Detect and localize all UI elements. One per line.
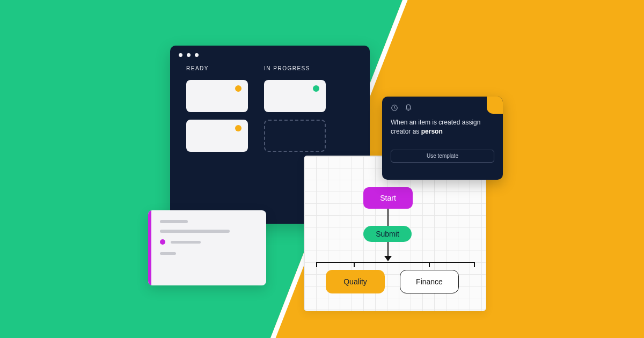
promo-stage: READY IN PROGRESS [0, 0, 644, 338]
flow-node-submit[interactable]: Submit [363, 226, 412, 242]
button-label: Use template [427, 153, 458, 159]
placeholder-line [160, 220, 188, 223]
kanban-card[interactable] [186, 120, 248, 152]
node-label: Quality [343, 277, 367, 286]
note-card[interactable] [148, 210, 266, 285]
window-dot-icon [187, 53, 191, 57]
bullet-icon [160, 239, 165, 245]
branch-tick [474, 262, 475, 267]
card-corner-tab [487, 97, 503, 114]
flow-connector [387, 209, 389, 226]
automation-rule-text: When an item is created assign creator a… [391, 118, 494, 137]
clock-icon [391, 104, 398, 112]
note-lines [148, 210, 266, 255]
arrowhead-icon [384, 256, 392, 261]
window-chrome [170, 46, 370, 62]
bell-icon [405, 104, 412, 112]
flow-node-quality[interactable]: Quality [326, 270, 385, 293]
branch-tick [429, 262, 430, 267]
status-dot-icon [235, 125, 241, 131]
flow-branch-line [316, 262, 475, 263]
placeholder-line [160, 252, 176, 255]
flow-node-start[interactable]: Start [363, 187, 413, 209]
use-template-button[interactable]: Use template [391, 150, 494, 163]
branch-tick [316, 262, 317, 267]
status-dot-icon [313, 85, 319, 92]
window-dot-icon [195, 53, 199, 57]
automation-card: When an item is created assign creator a… [382, 97, 503, 180]
column-title: READY [186, 65, 248, 71]
window-dot-icon [179, 53, 182, 57]
kanban-column-inprogress: IN PROGRESS [264, 65, 326, 152]
kanban-column-ready: READY [186, 65, 248, 152]
status-dot-icon [235, 85, 241, 92]
kanban-placeholder[interactable] [264, 120, 326, 152]
branch-tick [354, 262, 355, 267]
kanban-card[interactable] [186, 80, 248, 112]
kanban-card[interactable] [264, 80, 326, 112]
node-label: Submit [376, 230, 399, 238]
rule-bold: person [421, 128, 443, 135]
node-label: Start [380, 194, 396, 202]
placeholder-line [160, 230, 230, 233]
node-label: Finance [416, 277, 443, 286]
flow-node-finance[interactable]: Finance [400, 270, 459, 293]
column-title: IN PROGRESS [264, 65, 326, 71]
placeholder-line [171, 241, 201, 244]
